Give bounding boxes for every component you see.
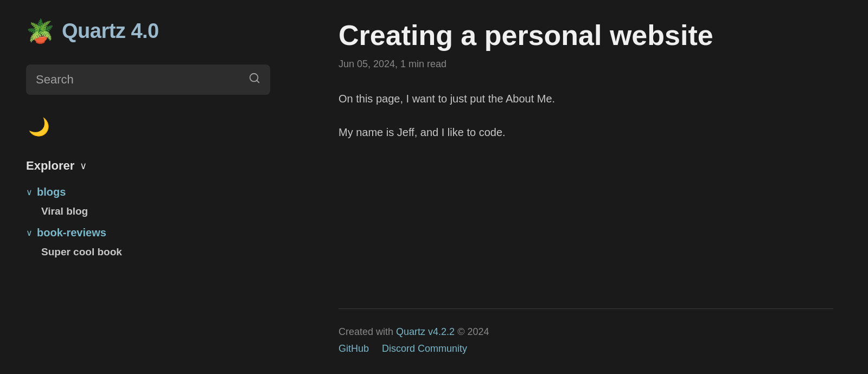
nav-folder-book-reviews-chevron-icon: ∨ (26, 228, 33, 238)
nav-folder-blogs-name: blogs (37, 186, 66, 198)
dark-mode-toggle[interactable]: 🌙 (26, 114, 52, 139)
search-box[interactable] (26, 65, 270, 95)
footer-divider (339, 308, 833, 309)
nav-folder-blogs: ∨ blogs Viral blog (26, 184, 278, 220)
article-title: Creating a personal website (339, 20, 833, 52)
nav-folder-book-reviews: ∨ book-reviews Super cool book (26, 224, 278, 261)
footer-copyright: © 2024 (457, 326, 489, 337)
article-area: Creating a personal website Jun 05, 2024… (339, 20, 833, 287)
article-meta: Jun 05, 2024, 1 min read (339, 59, 833, 70)
explorer-header[interactable]: Explorer ∨ (26, 159, 278, 173)
nav-item-super-cool-book[interactable]: Super cool book (41, 243, 278, 261)
nav-folder-book-reviews-name: book-reviews (37, 227, 106, 239)
article-body: On this page, I want to just put the Abo… (339, 89, 833, 141)
footer-quartz-link[interactable]: Quartz v4.2.2 (396, 326, 455, 337)
search-input[interactable] (36, 73, 243, 87)
logo-icon: 🪴 (26, 20, 54, 43)
footer-created-with-text: Created with (339, 326, 393, 337)
nav-folder-book-reviews-header[interactable]: ∨ book-reviews (26, 224, 278, 241)
nav-tree: ∨ blogs Viral blog ∨ book-reviews Super … (26, 184, 278, 261)
footer-discord-link[interactable]: Discord Community (382, 343, 467, 354)
explorer-chevron-icon: ∨ (80, 160, 87, 172)
nav-folder-blogs-items: Viral blog (26, 203, 278, 220)
footer-github-link[interactable]: GitHub (339, 343, 369, 354)
nav-folder-blogs-chevron-icon: ∨ (26, 187, 33, 197)
footer-links-row: GitHub Discord Community (339, 343, 833, 354)
logo-area[interactable]: 🪴 Quartz 4.0 (26, 20, 278, 43)
nav-folder-book-reviews-items: Super cool book (26, 243, 278, 261)
nav-folder-blogs-header[interactable]: ∨ blogs (26, 184, 278, 201)
logo-title: Quartz 4.0 (62, 20, 159, 43)
explorer-label: Explorer (26, 159, 74, 173)
svg-line-1 (257, 80, 259, 82)
sidebar: 🪴 Quartz 4.0 🌙 Explorer ∨ ∨ blogs Viral … (0, 0, 304, 374)
main-content: Creating a personal website Jun 05, 2024… (304, 0, 868, 374)
search-icon (248, 72, 260, 87)
article-paragraph-1: On this page, I want to just put the Abo… (339, 89, 833, 108)
nav-item-viral-blog[interactable]: Viral blog (41, 203, 278, 220)
footer: Created with Quartz v4.2.2 © 2024 GitHub… (339, 326, 833, 354)
article-paragraph-2: My name is Jeff, and I like to code. (339, 123, 833, 141)
footer-line1: Created with Quartz v4.2.2 © 2024 (339, 326, 833, 338)
